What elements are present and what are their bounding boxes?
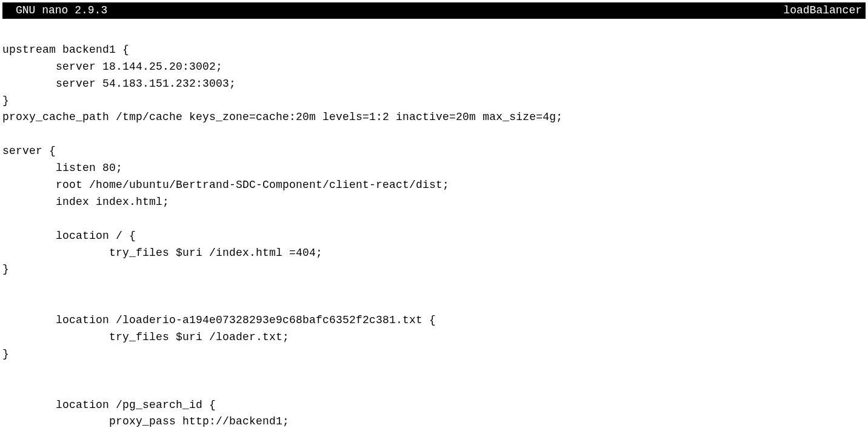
editor-filename: loadBalancer (783, 2, 862, 19)
editor-line (2, 278, 866, 295)
editor-line: location / { (2, 228, 866, 245)
editor-line (2, 363, 866, 380)
editor-line: try_files $uri /loader.txt; (2, 329, 866, 346)
editor-app-name: GNU nano 2.9.3 (16, 2, 107, 19)
editor-line (2, 25, 866, 42)
editor-line: location /pg_search_id { (2, 397, 866, 414)
editor-line: upstream backend1 { (2, 42, 866, 59)
editor-line: index index.html; (2, 194, 866, 211)
editor-titlebar: GNU nano 2.9.3 loadBalancer (2, 2, 866, 19)
editor-line: proxy_cache_path /tmp/cache keys_zone=ca… (2, 109, 866, 126)
editor-line (2, 295, 866, 312)
editor-content[interactable]: upstream backend1 { server 18.144.25.20:… (0, 19, 868, 428)
editor-line: root /home/ubuntu/Bertrand-SDC-Component… (2, 177, 866, 194)
editor-line: server 54.183.151.232:3003; (2, 76, 866, 93)
editor-line: server { (2, 143, 866, 160)
editor-line (2, 380, 866, 397)
editor-line (2, 211, 866, 228)
editor-line (2, 126, 866, 143)
editor-line: } (2, 346, 866, 363)
editor-line: server 18.144.25.20:3002; (2, 59, 866, 76)
editor-line: try_files $uri /index.html =404; (2, 245, 866, 262)
editor-line: } (2, 261, 866, 278)
editor-line: location /loaderio-a194e07328293e9c68baf… (2, 312, 866, 329)
editor-line: proxy_pass http://backend1; (2, 413, 866, 428)
editor-line: listen 80; (2, 160, 866, 177)
editor-line: } (2, 93, 866, 110)
